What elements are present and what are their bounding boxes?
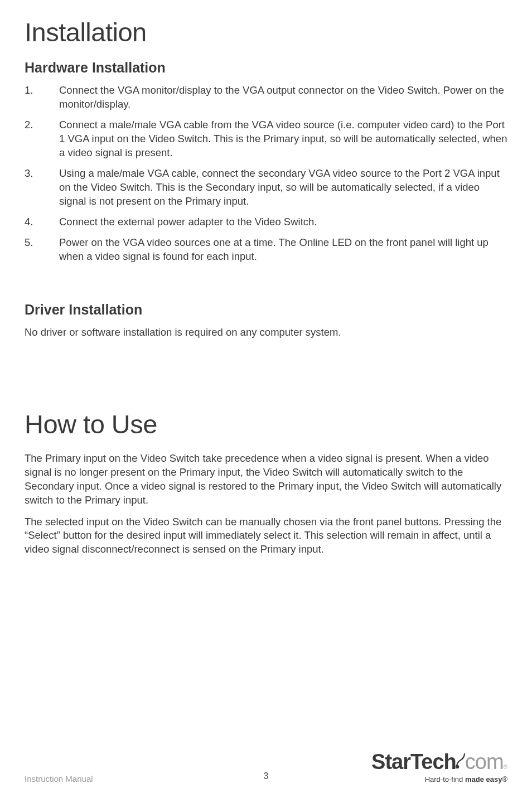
section-title-installation: Installation (25, 17, 507, 47)
list-item: Power on the VGA video sources one at a … (25, 236, 507, 264)
footer-doc-title: Instruction Manual (25, 774, 93, 784)
footer-page-number: 3 (264, 771, 269, 781)
logo-tagline: Hard-to-find made easy® (425, 775, 507, 784)
list-item: Connect a male/male VGA cable from the V… (25, 118, 507, 160)
list-item: Connect the VGA monitor/display to the V… (25, 84, 507, 112)
section-title-howtouse: How to Use (25, 409, 507, 439)
logo-dot-icon (455, 752, 466, 771)
hardware-steps-list: Connect the VGA monitor/display to the V… (25, 84, 507, 264)
subsection-title-driver: Driver Installation (25, 302, 507, 318)
logo-text-bold: StarTech (371, 750, 456, 774)
brand-logo: StarTechcom® Hard-to-find made easy® (371, 750, 507, 784)
footer-logo-block: StarTechcom® Hard-to-find made easy® (371, 750, 507, 784)
svg-point-0 (456, 765, 459, 768)
logo-registered-icon: ® (504, 764, 507, 770)
list-item: Using a male/male VGA cable, connect the… (25, 167, 507, 209)
tagline-prefix: Hard-to-find (425, 775, 465, 784)
tagline-registered-icon: ® (502, 775, 507, 784)
subsection-title-hardware: Hardware Installation (25, 60, 507, 76)
howtouse-paragraph-2: The selected input on the Video Switch c… (25, 515, 507, 557)
driver-body-text: No driver or software installation is re… (25, 326, 507, 340)
tagline-bold: made easy (465, 775, 502, 784)
howtouse-paragraph-1: The Primary input on the Video Switch ta… (25, 452, 507, 507)
list-item: Connect the external power adapter to th… (25, 215, 507, 229)
page-footer: Instruction Manual 3 StarTechcom® Hard-t… (25, 750, 507, 784)
logo-text-light: com (465, 750, 504, 774)
